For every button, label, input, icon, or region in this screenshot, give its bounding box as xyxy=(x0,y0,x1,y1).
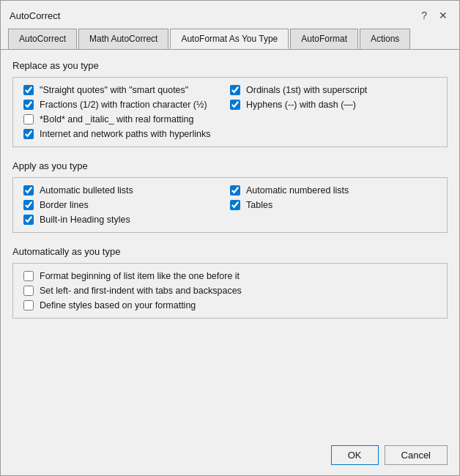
cancel-button[interactable]: Cancel xyxy=(385,445,448,465)
list-item: Automatic numbered lists xyxy=(230,185,437,196)
replace-section-body: "Straight quotes" with "smart quotes" Fr… xyxy=(12,77,448,147)
replace-fractions-checkbox[interactable] xyxy=(23,100,34,110)
tab-autoformat-as-you-type[interactable]: AutoFormat As You Type xyxy=(170,29,289,49)
apply-section-body: Automatic bulleted lists Border lines Bu… xyxy=(12,177,448,233)
tab-bar: AutoCorrect Math AutoCorrect AutoFormat … xyxy=(1,24,459,50)
auto-define-styles-label: Define styles based on your formatting xyxy=(40,300,196,310)
apply-bulleted-lists-checkbox[interactable] xyxy=(23,185,34,196)
list-item: Fractions (1/2) with fraction character … xyxy=(23,100,230,110)
ok-button[interactable]: OK xyxy=(331,445,379,465)
replace-ordinals-label: Ordinals (1st) with superscript xyxy=(246,85,367,95)
dialog-footer: OK Cancel xyxy=(1,438,459,475)
auto-format-list-item-label: Format beginning of list item like the o… xyxy=(40,271,240,281)
apply-numbered-lists-label: Automatic numbered lists xyxy=(246,185,349,196)
apply-left-col: Automatic bulleted lists Border lines Bu… xyxy=(23,185,230,225)
list-item: Format beginning of list item like the o… xyxy=(23,271,437,281)
apply-heading-styles-checkbox[interactable] xyxy=(23,215,34,225)
replace-ordinals-checkbox[interactable] xyxy=(230,85,240,95)
title-bar: AutoCorrect ? ✕ xyxy=(1,1,459,24)
dialog-title: AutoCorrect xyxy=(10,10,60,21)
replace-section-title: Replace as you type xyxy=(12,60,448,71)
apply-columns: Automatic bulleted lists Border lines Bu… xyxy=(23,185,437,225)
replace-straight-quotes-label: "Straight quotes" with "smart quotes" xyxy=(40,85,188,95)
replace-right-col: Ordinals (1st) with superscript Hyphens … xyxy=(230,85,437,139)
apply-border-lines-label: Border lines xyxy=(40,200,89,210)
auto-section-title: Automatically as you type xyxy=(12,246,448,257)
list-item: Define styles based on your formatting xyxy=(23,300,437,310)
replace-left-col: "Straight quotes" with "smart quotes" Fr… xyxy=(23,85,230,139)
replace-internet-paths-checkbox[interactable] xyxy=(23,129,34,139)
auto-set-indent-label: Set left- and first-indent with tabs and… xyxy=(40,286,242,296)
apply-tables-checkbox[interactable] xyxy=(230,200,240,210)
tab-actions[interactable]: Actions xyxy=(360,29,410,49)
replace-bold-italic-checkbox[interactable] xyxy=(23,114,34,124)
close-button[interactable]: ✕ xyxy=(436,10,450,21)
list-item: "Straight quotes" with "smart quotes" xyxy=(23,85,230,95)
tab-autocorrect[interactable]: AutoCorrect xyxy=(8,29,77,49)
replace-fractions-label: Fractions (1/2) with fraction character … xyxy=(40,100,207,110)
apply-heading-styles-label: Built-in Heading styles xyxy=(40,215,130,225)
apply-bulleted-lists-label: Automatic bulleted lists xyxy=(40,185,133,196)
list-item: Hyphens (--) with dash (—) xyxy=(230,100,437,110)
title-bar-buttons: ? ✕ xyxy=(418,10,450,21)
list-item: Ordinals (1st) with superscript xyxy=(230,85,437,95)
list-item: Built-in Heading styles xyxy=(23,215,230,225)
auto-define-styles-checkbox[interactable] xyxy=(23,300,34,310)
apply-tables-label: Tables xyxy=(246,200,272,210)
auto-section: Automatically as you type Format beginni… xyxy=(12,246,448,319)
apply-section: Apply as you type Automatic bulleted lis… xyxy=(12,160,448,233)
tab-autoformat[interactable]: AutoFormat xyxy=(290,29,358,49)
list-item: Internet and network paths with hyperlin… xyxy=(23,129,230,139)
list-item: Set left- and first-indent with tabs and… xyxy=(23,286,437,296)
tab-math-autocorrect[interactable]: Math AutoCorrect xyxy=(78,29,168,49)
dialog-content: Replace as you type "Straight quotes" wi… xyxy=(1,50,459,438)
replace-internet-paths-label: Internet and network paths with hyperlin… xyxy=(40,129,210,139)
replace-hyphens-label: Hyphens (--) with dash (—) xyxy=(246,100,356,110)
apply-numbered-lists-checkbox[interactable] xyxy=(230,185,240,196)
apply-border-lines-checkbox[interactable] xyxy=(23,200,34,210)
auto-set-indent-checkbox[interactable] xyxy=(23,286,34,296)
apply-right-col: Automatic numbered lists Tables xyxy=(230,185,437,225)
replace-straight-quotes-checkbox[interactable] xyxy=(23,85,34,95)
list-item: Tables xyxy=(230,200,437,210)
replace-columns: "Straight quotes" with "smart quotes" Fr… xyxy=(23,85,437,139)
auto-format-list-item-checkbox[interactable] xyxy=(23,271,34,281)
autocorrect-dialog: AutoCorrect ? ✕ AutoCorrect Math AutoCor… xyxy=(0,0,460,476)
list-item: Automatic bulleted lists xyxy=(23,185,230,196)
list-item: *Bold* and _italic_ with real formatting xyxy=(23,114,230,124)
replace-bold-italic-label: *Bold* and _italic_ with real formatting xyxy=(40,114,194,124)
list-item: Border lines xyxy=(23,200,230,210)
apply-section-title: Apply as you type xyxy=(12,160,448,171)
help-button[interactable]: ? xyxy=(418,10,430,21)
replace-hyphens-checkbox[interactable] xyxy=(230,100,240,110)
replace-section: Replace as you type "Straight quotes" wi… xyxy=(12,60,448,147)
auto-section-body: Format beginning of list item like the o… xyxy=(12,263,448,319)
